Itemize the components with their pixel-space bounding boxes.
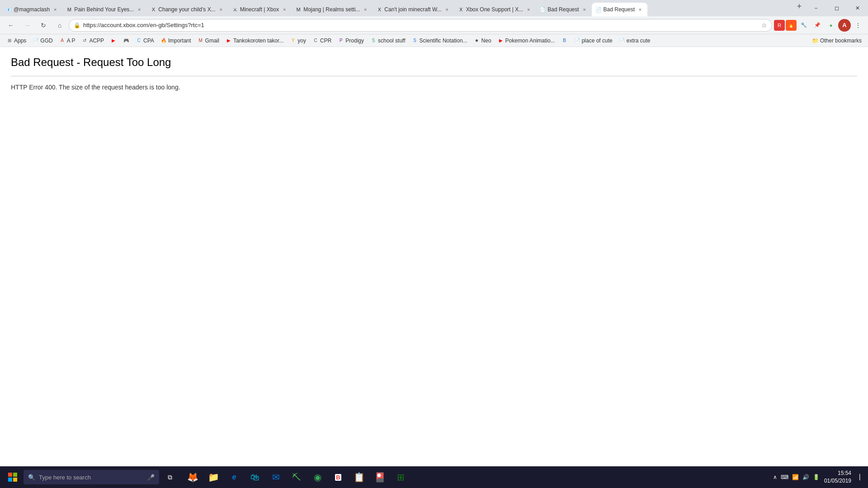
bookmark-favicon: M <box>198 38 204 44</box>
bookmark-item[interactable]: ⊞ Apps <box>4 37 29 45</box>
tray-keyboard-icon[interactable]: ⌨ <box>780 473 789 481</box>
browser-tab[interactable]: 📄 Bad Request × <box>536 3 591 16</box>
bookmark-item[interactable]: M Gmail <box>195 37 222 45</box>
browser-tab[interactable]: M Pain Behind Your Eyes... × <box>62 3 146 16</box>
bookmark-item[interactable]: 📄 place of cute <box>571 37 615 45</box>
bookmark-favicon: ⊞ <box>6 38 13 44</box>
settings-button[interactable]: ⋮ <box>852 19 864 32</box>
svg-rect-0 <box>8 473 12 477</box>
bookmark-item[interactable]: ▶ <box>108 37 119 45</box>
bookmark-item[interactable]: A A P <box>57 37 78 45</box>
bookmark-item[interactable]: C CPA <box>133 37 157 45</box>
task-view-button[interactable]: ⧉ <box>161 468 179 486</box>
bookmark-item[interactable]: S Scientific Notation... <box>409 37 470 45</box>
taskbar-app-mail[interactable]: ✉ <box>266 467 286 487</box>
minimize-button[interactable]: − <box>806 0 826 16</box>
forward-button[interactable]: → <box>20 18 34 33</box>
taskbar-app-notepad[interactable]: 📋 <box>349 467 369 487</box>
tray-volume-icon[interactable]: 🔊 <box>802 473 810 481</box>
tab-close-button[interactable]: × <box>217 6 225 13</box>
bookmark-item[interactable]: C CPR <box>310 37 334 45</box>
tab-title: Can't join minecraft W... <box>384 6 441 13</box>
start-button[interactable] <box>4 468 22 486</box>
show-desktop-button[interactable]: ▕ <box>855 473 861 481</box>
taskbar-app-edge[interactable]: e <box>224 467 244 487</box>
taskbar-search-icon: 🔍 <box>28 474 35 481</box>
extension-2-button[interactable]: 🔥 <box>786 20 797 31</box>
tab-title: Minecraft | Xbox <box>240 6 279 13</box>
tab-close-button[interactable]: × <box>136 6 143 13</box>
tray-chevron-icon[interactable]: ∧ <box>772 473 778 481</box>
bookmark-star-icon[interactable]: ☆ <box>761 22 767 29</box>
address-bar[interactable]: 🔒 https://account.xbox.com/en-gb/Setting… <box>69 19 772 32</box>
taskbar-app-xbox[interactable]: ⊞ <box>391 467 410 487</box>
browser-tab[interactable]: X Change your child's X... × <box>146 3 228 16</box>
bookmark-item[interactable]: ★ Neo <box>471 37 494 45</box>
back-button[interactable]: ← <box>4 18 18 33</box>
close-button[interactable]: ✕ <box>847 0 868 16</box>
profile-button[interactable]: A <box>838 19 851 32</box>
windows-logo-icon <box>8 473 17 482</box>
bookmark-favicon: S <box>412 38 418 44</box>
taskbar: 🔍 Type here to search 🎤 ⧉ 🦊📁e🛍✉⛏◉B📋🎴⊞ ∧ … <box>0 466 868 488</box>
bookmark-item[interactable]: 🎮 <box>120 37 132 45</box>
browser-tab[interactable]: 📄 Bad Request × <box>592 3 647 16</box>
svg-rect-1 <box>13 473 17 477</box>
tab-favicon: X <box>150 6 156 13</box>
browser-tab[interactable]: M Mojang | Realms setti... × <box>292 3 373 16</box>
bookmark-item[interactable]: P Prodigy <box>335 37 367 45</box>
bookmark-label: Scientific Notation... <box>420 38 467 44</box>
bookmark-item[interactable]: 🔥 Important <box>158 37 194 45</box>
taskbar-voice-icon[interactable]: 🎤 <box>147 474 155 481</box>
bookmark-item[interactable]: B <box>559 37 571 45</box>
taskbar-app-firefox[interactable]: 🦊 <box>183 467 203 487</box>
browser-tab[interactable]: X Xbox One Support | X... × <box>454 3 536 16</box>
tray-battery-icon[interactable]: 🔋 <box>812 473 821 481</box>
taskbar-app-file-explorer[interactable]: 📁 <box>203 467 223 487</box>
tab-close-button[interactable]: × <box>52 6 59 13</box>
browser-tab[interactable]: 📧 @magmaclash × <box>2 3 62 16</box>
extension-3-button[interactable]: 🔧 <box>797 19 810 32</box>
taskbar-app-chrome[interactable]: ◉ <box>307 467 327 487</box>
other-bookmarks-button[interactable]: 📁Other bookmarks <box>809 37 864 45</box>
taskbar-app-banner[interactable]: 🎴 <box>370 467 390 487</box>
bookmark-item[interactable]: ▶ Pokemon Animatio... <box>495 37 558 45</box>
taskbar-app-store[interactable]: 🛍 <box>245 467 265 487</box>
mail-icon: ✉ <box>272 472 280 483</box>
extensions-button[interactable]: R <box>774 20 785 31</box>
reload-button[interactable]: ↻ <box>36 18 51 33</box>
bookmark-item[interactable]: Y yoy <box>287 37 309 45</box>
browser-tab[interactable]: ⚔ Minecraft | Xbox × <box>228 3 292 16</box>
taskbar-app-minecraft[interactable]: ⛏ <box>287 467 307 487</box>
url-text: https://account.xbox.com/en-gb/Settings?… <box>83 22 759 28</box>
bookmark-item[interactable]: S school stuff <box>368 37 408 45</box>
page-body-text: HTTP Error 400. The size of the request … <box>11 84 857 91</box>
folder-icon: 📁 <box>812 38 819 44</box>
bookmark-label: GGD <box>40 38 52 44</box>
taskbar-app-brainpop[interactable]: B <box>328 467 348 487</box>
browser-tab[interactable]: X Can't join minecraft W... × <box>373 3 454 16</box>
new-tab-button[interactable]: + <box>793 0 806 13</box>
tab-close-button[interactable]: × <box>443 6 451 13</box>
extension-5-button[interactable]: ● <box>825 19 837 32</box>
system-clock[interactable]: 15:54 01/05/2019 <box>822 469 853 485</box>
taskbar-search-box[interactable]: 🔍 Type here to search 🎤 <box>24 470 159 484</box>
tray-network-icon[interactable]: 📶 <box>791 473 800 481</box>
bookmark-item[interactable]: 📄 GGD <box>30 37 55 45</box>
home-button[interactable]: ⌂ <box>52 18 67 33</box>
tab-title: Pain Behind Your Eyes... <box>74 6 134 13</box>
bookmark-label: A P <box>67 38 75 44</box>
tab-close-button[interactable]: × <box>525 6 532 13</box>
tab-close-button[interactable]: × <box>637 6 644 13</box>
system-tray: ∧ ⌨ 📶 🔊 🔋 15:54 01/05/2019 ▕ <box>772 469 864 485</box>
bookmark-label: Apps <box>14 38 26 44</box>
bookmark-item[interactable]: ▶ Tankokoroten takor... <box>223 37 286 45</box>
tab-close-button[interactable]: × <box>581 6 588 13</box>
bookmark-item[interactable]: ↺ ACPP <box>79 37 107 45</box>
tab-close-button[interactable]: × <box>362 6 369 13</box>
bookmark-label: extra cute <box>627 38 651 44</box>
tab-close-button[interactable]: × <box>281 6 288 13</box>
extension-4-button[interactable]: 📌 <box>811 19 824 32</box>
bookmark-item[interactable]: 📄 extra cute <box>616 37 653 45</box>
restore-button[interactable]: ◻ <box>826 0 847 16</box>
